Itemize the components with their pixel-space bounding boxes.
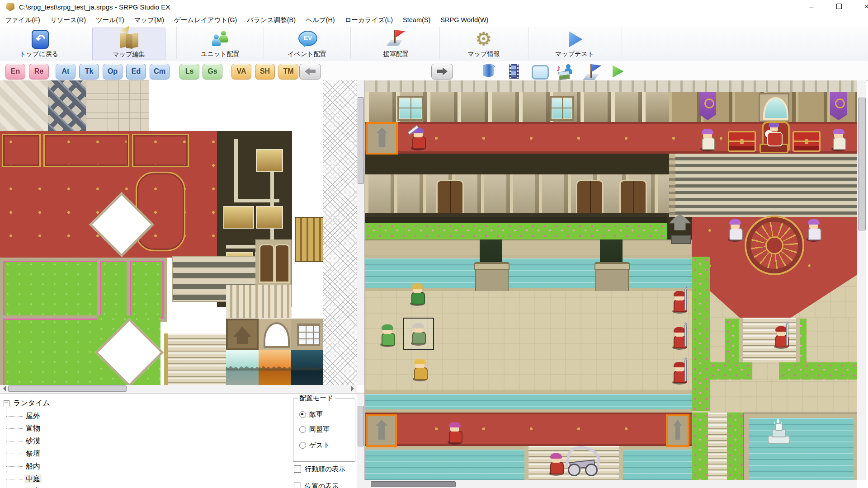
selected-tile-throne-row[interactable] bbox=[366, 122, 398, 155]
film-icon[interactable] bbox=[504, 63, 524, 80]
tileset-vertical-scrollbar[interactable] bbox=[357, 80, 364, 385]
back-to-top-button[interactable]: ↶ トップに戻る bbox=[3, 28, 75, 59]
unit-placement-button[interactable]: ユニット配置 bbox=[184, 28, 256, 59]
radio-guest-label[interactable]: ゲスト bbox=[309, 441, 330, 450]
tile-sky-teal bbox=[226, 350, 259, 385]
tree-item-altar[interactable]: 祭壇 bbox=[24, 449, 42, 458]
water-rim bbox=[365, 255, 692, 258]
reinforcement-placement-button[interactable]: 援軍配置 bbox=[360, 28, 432, 59]
menu-help[interactable]: ヘルプ(H) bbox=[301, 14, 340, 26]
tag-button-re[interactable]: Re bbox=[29, 64, 49, 80]
menu-srpg-world[interactable]: SRPG World(W) bbox=[435, 14, 493, 26]
treasure-chest-right[interactable] bbox=[793, 131, 821, 152]
tag-button-en[interactable]: En bbox=[5, 64, 25, 80]
tile-doors bbox=[255, 239, 292, 285]
menu-steam[interactable]: Steam(S) bbox=[398, 14, 435, 26]
tag-button-ed[interactable]: Ed bbox=[126, 64, 146, 80]
purple-banner bbox=[699, 92, 716, 120]
tree-root-runtime[interactable]: ランタイム bbox=[12, 399, 52, 408]
tag-button-tk[interactable]: Tk bbox=[79, 64, 99, 80]
priest-unit[interactable] bbox=[409, 283, 425, 305]
tree-item-objects[interactable]: 置物 bbox=[24, 424, 42, 433]
fountain[interactable] bbox=[768, 420, 789, 444]
menu-map[interactable]: マップ(M) bbox=[129, 14, 169, 26]
minimize-button[interactable]: – bbox=[801, 0, 822, 14]
tag-button-sh[interactable]: SH bbox=[255, 64, 275, 80]
tag-button-op[interactable]: Op bbox=[103, 64, 123, 80]
tag-button-gs[interactable]: Gs bbox=[203, 64, 222, 80]
map-vertical-scrollbar[interactable] bbox=[857, 80, 866, 480]
tileset-horizontal-scrollbar[interactable] bbox=[0, 385, 357, 392]
tile-ornament bbox=[48, 80, 86, 131]
map-test-button[interactable]: マップテスト bbox=[538, 28, 611, 59]
tag-button-ls[interactable]: Ls bbox=[179, 64, 199, 80]
radio-enemy-army-label[interactable]: 敵軍 bbox=[309, 410, 323, 419]
menu-tool[interactable]: ツール(T) bbox=[91, 14, 129, 26]
close-button[interactable]: × bbox=[856, 0, 868, 14]
pool-hedge-left bbox=[692, 413, 708, 480]
menu-resource[interactable]: リソース(R) bbox=[45, 14, 91, 26]
enemy-swordsman[interactable] bbox=[410, 127, 426, 149]
run-game-icon[interactable] bbox=[607, 63, 627, 80]
blue-flag-icon[interactable] bbox=[581, 63, 601, 80]
resource-icon[interactable]: ♪ bbox=[555, 63, 575, 80]
red-knight-1[interactable] bbox=[671, 291, 688, 312]
royal-attendant-right[interactable] bbox=[830, 128, 847, 150]
menu-game-layout[interactable]: ゲームレイアウト(G) bbox=[169, 14, 242, 26]
tile-checker bbox=[0, 80, 48, 131]
red-knight-2[interactable] bbox=[671, 327, 688, 348]
tag-button-at[interactable]: At bbox=[56, 64, 75, 80]
striped-floor bbox=[675, 154, 857, 217]
tree-item-ship[interactable]: 船内 bbox=[24, 462, 42, 471]
treasure-chest-left[interactable] bbox=[728, 131, 756, 152]
archer-unit[interactable] bbox=[379, 324, 396, 346]
checkbox-position-display[interactable] bbox=[294, 483, 301, 488]
toolbar-separator bbox=[622, 27, 622, 59]
map-info-button[interactable]: ⚙ マップ情報 bbox=[448, 28, 520, 59]
enemy-mage-left[interactable] bbox=[727, 219, 743, 240]
event-placement-button[interactable]: EV イベント配置 bbox=[271, 28, 343, 59]
next-map-button[interactable] bbox=[431, 64, 453, 80]
tileset-palette[interactable] bbox=[0, 80, 357, 385]
checkbox-action-order[interactable] bbox=[294, 465, 301, 473]
gold-unit[interactable] bbox=[412, 358, 428, 380]
enemy-mage-right[interactable] bbox=[806, 219, 822, 240]
tree-collapse-toggle[interactable] bbox=[4, 400, 9, 406]
checkbox-position-display-label[interactable]: 位置の表示 bbox=[305, 482, 339, 488]
king-on-throne[interactable] bbox=[760, 121, 788, 152]
map-horizontal-scrollbar[interactable] bbox=[364, 480, 857, 488]
screen-icon[interactable] bbox=[529, 63, 549, 80]
ballista[interactable] bbox=[562, 450, 602, 476]
radio-enemy-army[interactable] bbox=[299, 411, 306, 418]
previous-map-button[interactable] bbox=[299, 64, 321, 80]
red-knight-3[interactable] bbox=[671, 361, 688, 383]
radio-allied-army[interactable] bbox=[299, 426, 306, 433]
tag-button-va[interactable]: VA bbox=[231, 64, 251, 80]
database-icon[interactable] bbox=[478, 63, 498, 80]
tag-button-cm[interactable]: Cm bbox=[150, 64, 170, 80]
checkbox-action-order-label[interactable]: 行動順の表示 bbox=[305, 465, 345, 474]
radio-allied-army-label[interactable]: 同盟軍 bbox=[309, 425, 330, 434]
menu-file[interactable]: ファイル(F) bbox=[0, 14, 45, 26]
water-rim bbox=[365, 409, 692, 413]
tree-item-desert[interactable]: 砂漠 bbox=[24, 436, 42, 446]
ballista-crew[interactable] bbox=[548, 453, 564, 474]
tree-item-courtyard[interactable]: 中庭 bbox=[24, 474, 42, 483]
menu-balance[interactable]: バランス調整(B) bbox=[242, 14, 301, 26]
selected-tile-carpet-right[interactable] bbox=[666, 414, 689, 447]
royal-attendant-left[interactable] bbox=[699, 128, 716, 150]
wooden-door bbox=[436, 180, 464, 216]
tree-vertical-scrollbar[interactable] bbox=[357, 394, 364, 488]
map-edit-button[interactable]: マップ編集 bbox=[92, 28, 165, 60]
enemy-bottom[interactable] bbox=[447, 422, 463, 443]
radio-guest[interactable] bbox=[299, 442, 306, 449]
selected-tile-carpet-left[interactable] bbox=[366, 414, 397, 447]
title-bar[interactable]: C:\srpg_test\srpg_test_ja.srpgs - SRPG S… bbox=[0, 0, 868, 14]
red-knight-stairs[interactable] bbox=[773, 326, 789, 347]
map-edit-canvas[interactable] bbox=[365, 80, 857, 480]
tree-item-outdoor[interactable]: 屋外 bbox=[24, 412, 42, 421]
selected-unit[interactable] bbox=[410, 323, 426, 344]
maximize-button[interactable] bbox=[829, 0, 849, 14]
menu-localize[interactable]: ローカライズ(L) bbox=[340, 14, 398, 26]
tag-button-tm[interactable]: TM bbox=[278, 64, 298, 80]
